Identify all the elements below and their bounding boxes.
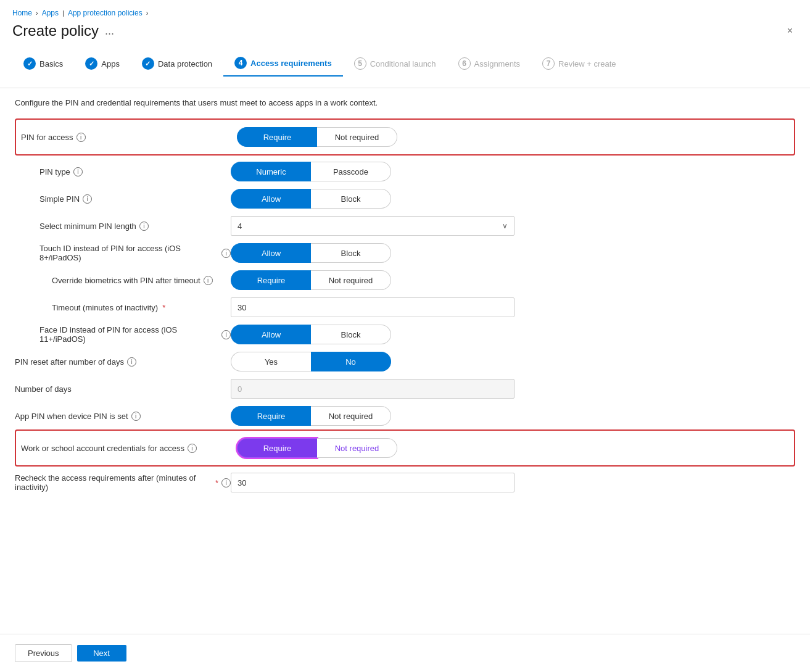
label-face_id: Face ID instead of PIN for access (iOS 1… [39, 325, 218, 344]
footer: Previous Next [0, 634, 810, 672]
toggle-btn-pin_type-0[interactable]: Numeric [231, 162, 311, 181]
form-row-recheck_access: Recheck the access requirements after (m… [15, 469, 795, 496]
info-icon-min_pin_length[interactable]: i [139, 222, 149, 231]
toggle-btn-work_credentials-0[interactable]: Require [237, 438, 317, 458]
toggle-group-app_pin_device: RequireNot required [231, 406, 391, 426]
stepper: ✓Basics✓Apps✓Data protection4Access requ… [0, 51, 810, 88]
step-label-conditional_launch: Conditional launch [370, 59, 436, 68]
toggle-btn-pin_reset-0[interactable]: Yes [231, 352, 311, 371]
info-icon-pin_reset[interactable]: i [127, 357, 136, 367]
toggle-group-work_credentials: RequireNot required [237, 438, 397, 458]
required-star-recheck_access: * [215, 478, 218, 487]
label-pin_for_access: PIN for access [21, 133, 73, 142]
close-button[interactable]: × [782, 23, 798, 39]
toggle-btn-pin_for_access-0[interactable]: Require [237, 127, 317, 147]
page-title-dots[interactable]: ... [105, 25, 114, 38]
toggle-group-override_biometrics: RequireNot required [231, 270, 391, 290]
step-access_requirements[interactable]: 4Access requirements [223, 51, 343, 77]
toggle-group-face_id: AllowBlock [231, 325, 391, 344]
label-override_biometrics: Override biometrics with PIN after timeo… [52, 276, 200, 285]
form-row-pin_type: PIN typeiNumericPasscode [15, 158, 795, 185]
step-label-apps: Apps [101, 59, 120, 68]
step-label-basics: Basics [39, 59, 63, 68]
toggle-btn-simple_pin-0[interactable]: Allow [231, 189, 311, 209]
toggle-btn-override_biometrics-0[interactable]: Require [231, 270, 311, 290]
step-label-data_protection: Data protection [158, 59, 212, 68]
text-input-timeout[interactable] [231, 297, 515, 317]
toggle-btn-app_pin_device-1[interactable]: Not required [311, 406, 391, 426]
step-conditional_launch: 5Conditional launch [343, 51, 447, 76]
description: Configure the PIN and credential require… [15, 98, 795, 107]
form-row-pin_reset: PIN reset after number of daysiYesNo [15, 348, 795, 375]
info-icon-simple_pin[interactable]: i [83, 194, 92, 204]
info-icon-pin_type[interactable]: i [73, 167, 83, 176]
chevron-down-icon-min_pin_length: ∨ [502, 222, 508, 230]
step-circle-apps: ✓ [85, 57, 97, 70]
label-pin_reset: PIN reset after number of days [15, 357, 124, 367]
info-icon-work_credentials[interactable]: i [188, 444, 197, 453]
info-icon-face_id[interactable]: i [221, 330, 231, 339]
toggle-btn-pin_type-1[interactable]: Passcode [311, 162, 391, 181]
form-row-min_pin_length: Select minimum PIN lengthi4∨ [15, 212, 795, 239]
toggle-group-simple_pin: AllowBlock [231, 189, 391, 209]
info-icon-app_pin_device[interactable]: i [131, 412, 141, 421]
form-row-override_biometrics: Override biometrics with PIN after timeo… [15, 267, 795, 294]
step-label-assignments: Assignments [474, 59, 520, 68]
toggle-btn-app_pin_device-0[interactable]: Require [231, 406, 311, 426]
toggle-btn-override_biometrics-1[interactable]: Not required [311, 270, 391, 290]
step-apps[interactable]: ✓Apps [74, 51, 131, 76]
label-min_pin_length: Select minimum PIN length [39, 222, 136, 231]
toggle-group-pin_reset: YesNo [231, 352, 391, 371]
info-icon-pin_for_access[interactable]: i [76, 133, 86, 142]
form-row-simple_pin: Simple PINiAllowBlock [15, 185, 795, 212]
label-pin_type: PIN type [39, 167, 70, 176]
form-row-touch_id: Touch ID instead of PIN for access (iOS … [15, 239, 795, 267]
breadcrumb-app-protection[interactable]: App protection policies [68, 9, 143, 17]
breadcrumb: Home › Apps | App protection policies › [0, 0, 810, 20]
step-label-access_requirements: Access requirements [250, 59, 332, 68]
toggle-btn-pin_reset-1[interactable]: No [311, 352, 391, 371]
text-input-recheck_access[interactable] [231, 473, 515, 492]
info-icon-recheck_access[interactable]: i [221, 478, 231, 487]
toggle-btn-face_id-1[interactable]: Block [311, 325, 391, 344]
label-number_of_days: Number of days [15, 384, 72, 394]
form-row-pin_for_access: PIN for accessiRequireNot required [15, 118, 795, 156]
info-icon-touch_id[interactable]: i [221, 249, 231, 258]
step-circle-basics: ✓ [23, 57, 36, 70]
main-content: Configure the PIN and credential require… [0, 98, 810, 634]
step-review_create: 7Review + create [531, 51, 627, 76]
toggle-group-pin_type: NumericPasscode [231, 162, 391, 181]
step-circle-access_requirements: 4 [234, 57, 247, 69]
toggle-btn-touch_id-0[interactable]: Allow [231, 243, 311, 263]
required-star-timeout: * [162, 303, 165, 312]
label-simple_pin: Simple PIN [39, 194, 80, 204]
breadcrumb-home[interactable]: Home [12, 9, 32, 17]
info-icon-override_biometrics[interactable]: i [204, 276, 213, 285]
step-basics[interactable]: ✓Basics [12, 51, 74, 76]
label-recheck_access: Recheck the access requirements after (m… [15, 473, 211, 492]
toggle-btn-touch_id-1[interactable]: Block [311, 243, 391, 263]
label-app_pin_device: App PIN when device PIN is set [15, 412, 128, 421]
form-row-timeout: Timeout (minutes of inactivity) * [15, 294, 795, 321]
next-button[interactable]: Next [77, 645, 126, 662]
step-data_protection[interactable]: ✓Data protection [131, 51, 223, 76]
toggle-btn-pin_for_access-1[interactable]: Not required [317, 127, 397, 147]
label-work_credentials: Work or school account credentials for a… [21, 444, 184, 453]
dropdown-min_pin_length[interactable]: 4∨ [231, 216, 515, 236]
dropdown-value-min_pin_length: 4 [238, 222, 242, 231]
toggle-btn-simple_pin-1[interactable]: Block [311, 189, 391, 209]
form-section: PIN for accessiRequireNot requiredPIN ty… [15, 118, 795, 496]
toggle-btn-work_credentials-1[interactable]: Not required [317, 438, 397, 458]
bc-sep-2: | [62, 9, 64, 17]
step-circle-review_create: 7 [542, 57, 555, 70]
previous-button[interactable]: Previous [15, 644, 72, 662]
toggle-group-pin_for_access: RequireNot required [237, 127, 397, 147]
bc-sep-1: › [36, 9, 38, 17]
toggle-btn-face_id-0[interactable]: Allow [231, 325, 311, 344]
page-wrapper: Home › Apps | App protection policies › … [0, 0, 810, 672]
form-row-number_of_days: Number of days [15, 375, 795, 402]
label-touch_id: Touch ID instead of PIN for access (iOS … [39, 244, 218, 262]
form-row-face_id: Face ID instead of PIN for access (iOS 1… [15, 321, 795, 348]
step-circle-assignments: 6 [458, 57, 471, 70]
breadcrumb-apps[interactable]: Apps [42, 9, 59, 17]
